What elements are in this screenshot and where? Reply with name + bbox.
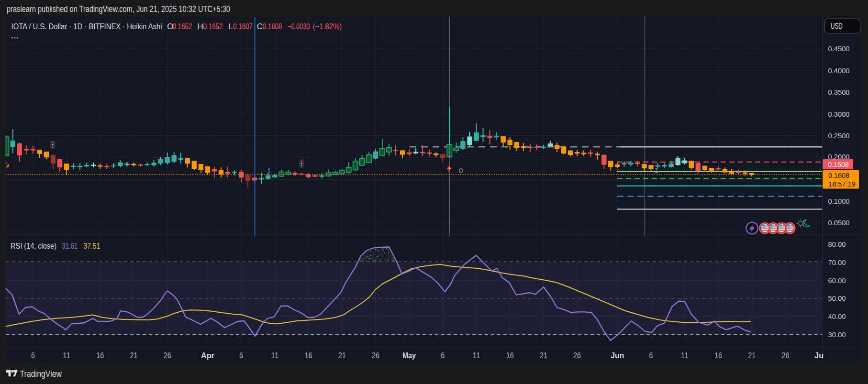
svg-text:0.1608: 0.1608 xyxy=(828,171,849,179)
svg-text:RSI (14, close): RSI (14, close) xyxy=(11,242,56,250)
svg-text:Ju: Ju xyxy=(814,351,823,360)
svg-text:L: L xyxy=(228,22,233,31)
svg-text:37.51: 37.51 xyxy=(83,242,100,250)
svg-text:50.00: 50.00 xyxy=(828,294,846,302)
svg-text:(−1.82%): (−1.82%) xyxy=(312,22,342,31)
svg-text:21: 21 xyxy=(540,351,547,360)
svg-text:11: 11 xyxy=(271,351,278,360)
svg-text:0.1607: 0.1607 xyxy=(233,22,253,31)
svg-text:C: C xyxy=(257,22,263,31)
svg-text:0.3500: 0.3500 xyxy=(828,88,850,96)
svg-text:0.2500: 0.2500 xyxy=(828,132,850,140)
svg-text:16: 16 xyxy=(714,351,722,360)
svg-text:6: 6 xyxy=(649,351,653,360)
svg-text:1: 1 xyxy=(655,166,658,174)
svg-text:0.1608: 0.1608 xyxy=(828,160,849,168)
svg-text:0.1652: 0.1652 xyxy=(203,22,223,31)
svg-text:16: 16 xyxy=(506,351,514,360)
svg-text:0: 0 xyxy=(459,166,463,175)
svg-text:IOTA / U.S. Dollar · 1D · BITF: IOTA / U.S. Dollar · 1D · BITFINEX · Hei… xyxy=(11,22,162,31)
svg-text:70.00: 70.00 xyxy=(828,258,846,266)
svg-text:praslearn published on Trading: praslearn published on TradingView.com, … xyxy=(7,4,230,14)
svg-text:16: 16 xyxy=(305,351,312,360)
svg-text:0.1608: 0.1608 xyxy=(263,22,282,31)
svg-text:Jun: Jun xyxy=(611,351,624,360)
svg-text:Apr: Apr xyxy=(201,351,214,360)
svg-text:40.00: 40.00 xyxy=(828,312,846,320)
svg-text:−0.0030: −0.0030 xyxy=(288,22,310,31)
svg-text:6: 6 xyxy=(441,351,445,360)
svg-text:26: 26 xyxy=(781,351,789,360)
svg-text:26: 26 xyxy=(372,351,379,360)
svg-text:21: 21 xyxy=(338,351,346,360)
svg-text:0.3000: 0.3000 xyxy=(828,110,850,118)
svg-text:0.4500: 0.4500 xyxy=(828,44,850,53)
svg-text:11: 11 xyxy=(473,351,480,360)
svg-text:H: H xyxy=(198,22,203,31)
svg-text:60.00: 60.00 xyxy=(828,276,846,285)
svg-text:26: 26 xyxy=(164,351,171,360)
svg-text:11: 11 xyxy=(63,351,70,360)
svg-text:11: 11 xyxy=(681,351,689,360)
svg-text:USD: USD xyxy=(831,22,843,31)
svg-text:TradingView: TradingView xyxy=(20,369,62,379)
svg-text:30.00: 30.00 xyxy=(828,330,846,339)
svg-text:31.61: 31.61 xyxy=(62,242,78,250)
svg-text:26: 26 xyxy=(573,351,581,360)
svg-text:21: 21 xyxy=(130,351,138,360)
svg-text:6: 6 xyxy=(239,351,243,360)
svg-text:0.0500: 0.0500 xyxy=(828,219,850,227)
svg-text:May: May xyxy=(402,351,416,360)
svg-text:0.1652: 0.1652 xyxy=(173,22,192,31)
svg-text:18:57:19: 18:57:19 xyxy=(828,180,856,188)
svg-text:6: 6 xyxy=(31,351,35,360)
svg-text:0.1000: 0.1000 xyxy=(828,197,850,205)
svg-text:80.00: 80.00 xyxy=(828,240,846,248)
svg-text:0.4000: 0.4000 xyxy=(828,66,850,75)
svg-text:-1: -1 xyxy=(265,166,271,175)
svg-text:16: 16 xyxy=(96,351,104,360)
svg-text:21: 21 xyxy=(748,351,756,360)
